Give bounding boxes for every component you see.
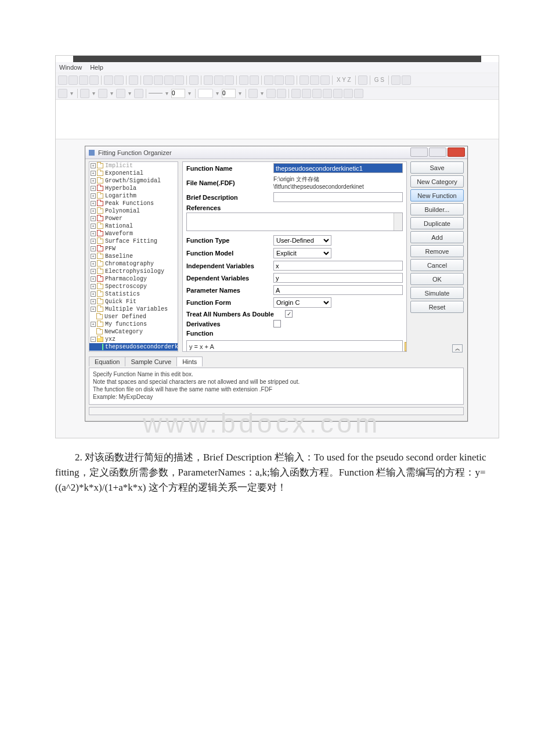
dialog-titlebar[interactable]: Fitting Function Organizer bbox=[85, 146, 467, 159]
expand-icon[interactable]: + bbox=[91, 224, 96, 229]
tree-item[interactable]: Exponential bbox=[105, 170, 143, 177]
tree-item[interactable]: Implicit bbox=[105, 162, 133, 170]
toolbar-icon[interactable] bbox=[291, 89, 301, 98]
menu-window[interactable]: Window bbox=[59, 64, 82, 71]
toolbar-icon[interactable] bbox=[189, 75, 199, 85]
toolbar-icon[interactable] bbox=[310, 75, 319, 85]
reset-button[interactable]: Reset bbox=[410, 301, 464, 313]
tree-item-selected[interactable]: thepseudosecondorderkin bbox=[105, 343, 178, 351]
horizontal-scrollbar[interactable] bbox=[89, 407, 464, 415]
add-button[interactable]: Add bbox=[410, 231, 464, 243]
expand-icon[interactable]: + bbox=[91, 254, 96, 259]
treat-double-checkbox[interactable]: ✓ bbox=[285, 310, 293, 318]
toolbar-icon[interactable] bbox=[250, 75, 259, 85]
toolbar-icon[interactable] bbox=[154, 75, 163, 85]
tree-item[interactable]: Multiple Variables bbox=[105, 305, 168, 313]
tree-item[interactable]: Power bbox=[105, 215, 122, 222]
function-type-select[interactable]: User-Defined bbox=[273, 235, 331, 246]
toolbar-icon[interactable] bbox=[204, 75, 213, 85]
expand-icon[interactable]: + bbox=[91, 269, 96, 274]
toolbar-icon[interactable] bbox=[225, 75, 234, 85]
expand-icon[interactable]: + bbox=[91, 307, 96, 312]
tree-item[interactable]: PFW bbox=[105, 245, 116, 253]
close-button[interactable] bbox=[448, 147, 465, 157]
expand-icon[interactable]: + bbox=[91, 178, 96, 183]
expand-icon[interactable]: + bbox=[91, 291, 96, 297]
toolbar-icon[interactable] bbox=[300, 75, 309, 85]
cancel-button[interactable]: Cancel bbox=[410, 259, 464, 271]
minimize-button[interactable] bbox=[410, 147, 428, 157]
category-tree[interactable]: +Implicit +Exponential+Growth/Sigmoidal+… bbox=[89, 161, 178, 352]
tab-hints[interactable]: Hints bbox=[176, 357, 203, 366]
toolbar-icon[interactable] bbox=[275, 75, 284, 85]
expand-icon[interactable]: + bbox=[91, 163, 96, 168]
toolbar-icon[interactable] bbox=[320, 75, 330, 85]
tree-item[interactable]: Spectroscopy bbox=[105, 283, 147, 290]
references-box[interactable] bbox=[186, 213, 403, 231]
tree-item[interactable]: Logarithm bbox=[105, 192, 136, 200]
tree-item[interactable]: yxz bbox=[105, 336, 116, 343]
tree-item[interactable]: Statistics bbox=[105, 290, 140, 298]
size-input-2[interactable] bbox=[222, 89, 236, 98]
tree-item[interactable]: Peak Functions bbox=[105, 200, 154, 207]
tree-item[interactable]: NewCategory bbox=[104, 328, 143, 336]
expand-icon[interactable]: + bbox=[91, 239, 96, 244]
toolbar-icon[interactable] bbox=[80, 89, 89, 98]
derivatives-checkbox[interactable] bbox=[273, 320, 281, 327]
toolbar-icon[interactable] bbox=[175, 75, 184, 85]
tree-item[interactable]: Waveform bbox=[105, 230, 133, 237]
maximize-button[interactable] bbox=[429, 147, 446, 157]
toolbar-icon[interactable] bbox=[358, 75, 367, 85]
tree-item[interactable]: My functions bbox=[105, 321, 147, 328]
tree-item[interactable]: Polynomial bbox=[105, 207, 140, 215]
toolbar-icon[interactable] bbox=[344, 89, 353, 98]
expand-icon[interactable]: + bbox=[91, 231, 96, 236]
toolbar-icon[interactable] bbox=[323, 89, 332, 98]
scrollbar[interactable] bbox=[394, 213, 402, 231]
tab-sample[interactable]: Sample Curve bbox=[125, 357, 177, 366]
gs-label[interactable]: G S bbox=[373, 77, 386, 83]
toolbar-icon[interactable] bbox=[248, 89, 258, 98]
toolbar-icon[interactable] bbox=[68, 75, 78, 85]
toolbar-icon[interactable] bbox=[277, 89, 286, 98]
toolbar-icon[interactable] bbox=[58, 75, 67, 85]
expand-icon[interactable]: + bbox=[91, 201, 96, 206]
toolbar-icon[interactable] bbox=[116, 89, 125, 98]
toolbar-icon[interactable] bbox=[285, 75, 294, 85]
tree-item[interactable]: Chromatography bbox=[105, 260, 154, 268]
edit-function-icon[interactable] bbox=[405, 342, 407, 351]
params-input[interactable] bbox=[273, 285, 403, 295]
function-form-select[interactable]: Origin C bbox=[273, 297, 331, 308]
tree-item[interactable]: Surface Fitting bbox=[105, 237, 157, 245]
tree-item[interactable]: Hyperbola bbox=[105, 185, 136, 192]
toolbar-icon[interactable] bbox=[312, 89, 322, 98]
toolbar-icon[interactable] bbox=[98, 89, 107, 98]
toolbar-icon[interactable] bbox=[143, 75, 153, 85]
simulate-button[interactable]: Simulate bbox=[410, 287, 464, 299]
toolbar-icon[interactable] bbox=[104, 75, 113, 85]
tree-item[interactable]: User Defined bbox=[104, 313, 146, 321]
tree-item[interactable]: Pharmacology bbox=[105, 275, 147, 283]
dep-input[interactable] bbox=[273, 273, 403, 283]
line-style[interactable] bbox=[149, 93, 163, 93]
save-button[interactable]: Save bbox=[410, 161, 464, 174]
expand-icon[interactable]: + bbox=[91, 299, 96, 304]
new-category-button[interactable]: New Category bbox=[410, 175, 464, 188]
toolbar-icon[interactable] bbox=[89, 75, 99, 85]
tree-item[interactable]: Quick Fit bbox=[105, 298, 136, 305]
function-model-select[interactable]: Explicit bbox=[273, 248, 331, 258]
toolbar-icon[interactable] bbox=[58, 89, 67, 98]
toolbar-icon[interactable] bbox=[129, 75, 138, 85]
new-function-button[interactable]: New Function bbox=[410, 189, 464, 201]
expand-icon[interactable]: + bbox=[91, 216, 96, 221]
expand-icon[interactable]: + bbox=[91, 261, 96, 267]
tree-item[interactable]: Growth/Sigmoidal bbox=[105, 177, 161, 185]
toolbar-icon[interactable] bbox=[391, 75, 400, 85]
tree-item[interactable]: Electrophysiology bbox=[105, 268, 164, 275]
expand-icon[interactable]: + bbox=[91, 246, 96, 251]
toolbar-icon[interactable] bbox=[134, 89, 143, 98]
builder-button[interactable]: Builder... bbox=[410, 203, 464, 215]
tree-item[interactable]: Rational bbox=[105, 222, 133, 230]
expand-icon[interactable]: + bbox=[91, 193, 96, 199]
toolbar-icon[interactable] bbox=[214, 75, 223, 85]
